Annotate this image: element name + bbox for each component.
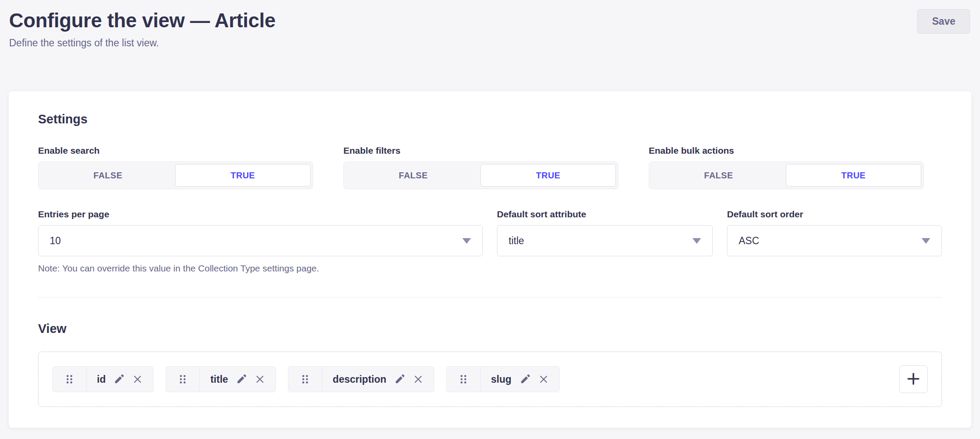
select-row: Entries per page 10 Note: You can overri… — [38, 209, 942, 274]
default-sort-order-field: Default sort order ASC — [727, 209, 942, 256]
remove-icon[interactable] — [538, 374, 549, 384]
default-sort-attribute-select[interactable]: title — [497, 225, 713, 256]
enable-bulk-actions-toggle[interactable]: FALSE TRUE — [649, 161, 924, 189]
enable-filters-toggle[interactable]: FALSE TRUE — [343, 161, 618, 189]
add-field-button[interactable] — [899, 365, 928, 393]
chevron-down-icon — [462, 238, 471, 244]
view-section: View id — [38, 322, 942, 407]
remove-icon[interactable] — [255, 374, 265, 384]
chip-label: slug — [491, 374, 511, 385]
edit-icon[interactable] — [113, 374, 125, 385]
page-title: Configure the view — Article — [9, 9, 275, 32]
enable-bulk-actions-label: Enable bulk actions — [649, 145, 924, 156]
edit-icon[interactable] — [519, 374, 531, 385]
remove-icon[interactable] — [413, 374, 423, 384]
save-button[interactable]: Save — [917, 9, 970, 34]
select-value: title — [509, 235, 524, 247]
edit-icon[interactable] — [236, 374, 247, 385]
settings-heading: Settings — [38, 112, 942, 126]
configure-view-page: Configure the view — Article Define the … — [0, 0, 980, 439]
field-chip-slug[interactable]: slug — [446, 366, 559, 392]
chip-body: id — [86, 367, 153, 392]
field-chip-title[interactable]: title — [166, 366, 276, 392]
chip-label: description — [333, 374, 386, 385]
entries-per-page-label: Entries per page — [38, 209, 483, 220]
default-sort-order-select[interactable]: ASC — [727, 225, 942, 256]
default-sort-order-label: Default sort order — [727, 209, 942, 220]
default-sort-attribute-label: Default sort attribute — [497, 209, 713, 220]
toggle-false-option[interactable]: FALSE — [651, 164, 786, 187]
enable-search-label: Enable search — [38, 145, 313, 156]
select-value: 10 — [50, 235, 61, 247]
page-subtitle: Define the settings of the list view. — [9, 37, 275, 49]
drag-handle-icon[interactable] — [447, 367, 480, 392]
enable-bulk-actions-field: Enable bulk actions FALSE TRUE — [649, 145, 924, 189]
chip-label: id — [97, 374, 106, 385]
enable-search-toggle[interactable]: FALSE TRUE — [38, 161, 313, 189]
chip-body: slug — [480, 367, 559, 392]
entries-per-page-select[interactable]: 10 — [38, 225, 483, 256]
enable-search-field: Enable search FALSE TRUE — [38, 145, 313, 189]
toggle-true-option[interactable]: TRUE — [786, 164, 921, 187]
edit-icon[interactable] — [394, 374, 405, 385]
add-icon — [906, 371, 921, 388]
toggle-row: Enable search FALSE TRUE Enable filters … — [38, 145, 942, 189]
drag-handle-icon[interactable] — [166, 367, 200, 392]
drag-handle-icon[interactable] — [288, 367, 322, 392]
settings-card: Settings Enable search FALSE TRUE Enable… — [9, 91, 971, 428]
toggle-false-option[interactable]: FALSE — [41, 164, 175, 187]
field-dropzone: id — [38, 352, 942, 407]
field-chip-id[interactable]: id — [52, 366, 154, 392]
toggle-true-option[interactable]: TRUE — [175, 164, 311, 187]
enable-filters-field: Enable filters FALSE TRUE — [343, 145, 618, 189]
toggle-false-option[interactable]: FALSE — [346, 164, 480, 187]
remove-icon[interactable] — [132, 374, 143, 384]
field-chip-description[interactable]: description — [288, 366, 434, 392]
drag-handle-icon[interactable] — [53, 367, 86, 392]
enable-filters-label: Enable filters — [343, 145, 618, 156]
default-sort-attribute-field: Default sort attribute title — [497, 209, 713, 256]
section-divider — [38, 297, 942, 297]
settings-section: Settings Enable search FALSE TRUE Enable… — [38, 112, 942, 297]
chip-label: title — [210, 374, 228, 385]
toggle-true-option[interactable]: TRUE — [480, 164, 616, 187]
view-heading: View — [38, 322, 942, 336]
chip-body: description — [322, 367, 434, 392]
chip-body: title — [200, 367, 275, 392]
chevron-down-icon — [692, 238, 701, 244]
select-value: ASC — [739, 235, 759, 247]
chevron-down-icon — [922, 238, 930, 244]
page-header-text: Configure the view — Article Define the … — [9, 9, 275, 49]
entries-per-page-note: Note: You can override this value in the… — [38, 263, 483, 274]
entries-per-page-field: Entries per page 10 Note: You can overri… — [38, 209, 483, 274]
page-header: Configure the view — Article Define the … — [0, 0, 980, 49]
